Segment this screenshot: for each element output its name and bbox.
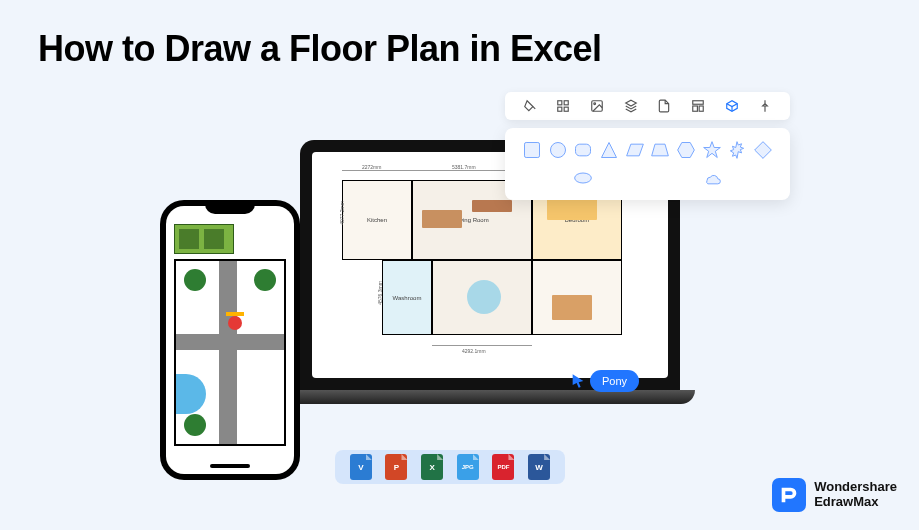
cursor-icon xyxy=(570,373,586,389)
export-word[interactable]: W xyxy=(528,454,550,480)
brand-logo-block: Wondershare EdrawMax xyxy=(772,478,897,512)
export-excel[interactable]: X xyxy=(421,454,443,480)
shape-burst[interactable] xyxy=(725,138,749,162)
svg-rect-1 xyxy=(565,101,569,105)
phone-home-indicator xyxy=(210,464,250,468)
phone-screen xyxy=(166,206,294,474)
shape-star[interactable] xyxy=(700,138,724,162)
garden-plan xyxy=(174,224,286,446)
template-icon[interactable] xyxy=(690,98,706,114)
svg-rect-3 xyxy=(565,107,569,111)
room-washroom: Washroom xyxy=(382,260,432,335)
shape-diamond[interactable] xyxy=(751,138,775,162)
shape-triangle[interactable] xyxy=(597,138,621,162)
shape-cloud[interactable] xyxy=(700,166,724,190)
svg-rect-9 xyxy=(524,143,539,158)
collaborator-cursor: Pony xyxy=(570,370,639,392)
brand-line2: EdrawMax xyxy=(814,495,897,510)
pin-icon[interactable] xyxy=(757,98,773,114)
shape-trapezoid[interactable] xyxy=(648,138,672,162)
svg-rect-0 xyxy=(558,101,562,105)
export-formats-bar: V P X JPG PDF W xyxy=(335,450,565,484)
shapes-panel xyxy=(505,128,790,200)
svg-rect-7 xyxy=(693,106,698,111)
layers-icon[interactable] xyxy=(623,98,639,114)
room-kitchen: Kitchen xyxy=(342,180,412,260)
brand-line1: Wondershare xyxy=(814,480,897,495)
svg-rect-8 xyxy=(699,106,703,111)
dim-left-upper: 4977.2mm xyxy=(339,201,345,225)
dim-bottom: 4292.1mm xyxy=(462,348,486,354)
shape-parallelogram[interactable] xyxy=(623,138,647,162)
laptop-base xyxy=(285,390,695,404)
svg-rect-2 xyxy=(558,107,562,111)
shape-square[interactable] xyxy=(520,138,544,162)
shape-circle[interactable] xyxy=(546,138,570,162)
svg-rect-11 xyxy=(576,144,591,156)
box-icon[interactable] xyxy=(724,98,740,114)
phone-mockup xyxy=(160,200,300,480)
image-icon[interactable] xyxy=(589,98,605,114)
svg-point-12 xyxy=(575,173,592,183)
shape-hexagon[interactable] xyxy=(674,138,698,162)
fill-icon[interactable] xyxy=(522,98,538,114)
svg-point-5 xyxy=(594,103,596,105)
grid-icon[interactable] xyxy=(555,98,571,114)
dim-top-mid: 5381.7mm xyxy=(452,164,476,170)
doc-icon[interactable] xyxy=(656,98,672,114)
export-pdf[interactable]: PDF xyxy=(492,454,514,480)
page-title: How to Draw a Floor Plan in Excel xyxy=(0,0,919,70)
export-visio[interactable]: V xyxy=(350,454,372,480)
shape-ellipse[interactable] xyxy=(571,166,595,190)
shape-toolbar xyxy=(505,92,790,120)
edrawmax-logo-icon xyxy=(772,478,806,512)
dim-top-left: 2272mm xyxy=(362,164,381,170)
phone-notch xyxy=(205,200,255,214)
svg-point-10 xyxy=(550,143,565,158)
dim-left-lower: 4576.3mm xyxy=(377,281,383,305)
shape-rounded[interactable] xyxy=(571,138,595,162)
collaborator-name: Pony xyxy=(590,370,639,392)
svg-rect-6 xyxy=(693,101,704,105)
export-jpg[interactable]: JPG xyxy=(457,454,479,480)
brand-text: Wondershare EdrawMax xyxy=(814,480,897,510)
export-powerpoint[interactable]: P xyxy=(385,454,407,480)
